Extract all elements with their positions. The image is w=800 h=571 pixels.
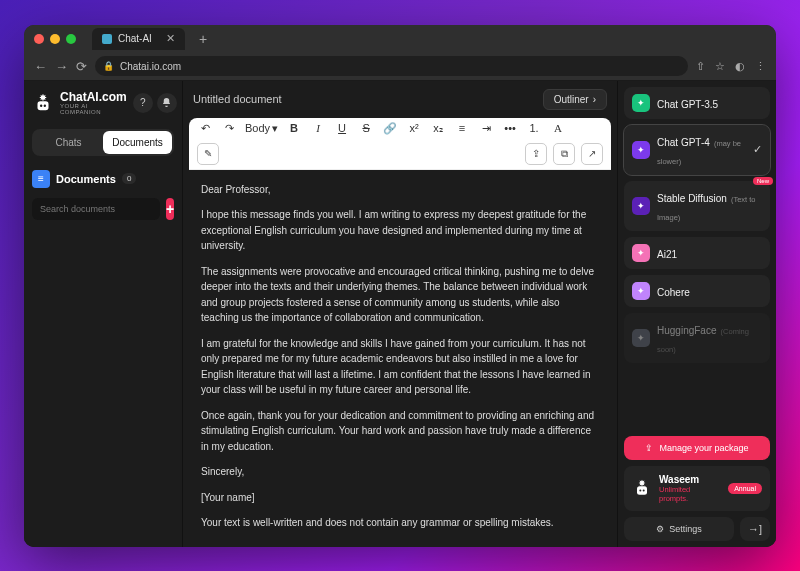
document-header: Untitled document Outliner › xyxy=(183,81,617,118)
logo-row: ChatAI.com YOUR AI COMPANION ? xyxy=(24,81,182,125)
settings-button[interactable]: ⚙ Settings xyxy=(624,517,734,541)
model-icon: ✦ xyxy=(632,244,650,262)
tab-title: Chat-AI xyxy=(118,33,152,44)
document-title[interactable]: Untitled document xyxy=(193,93,535,105)
maximize-window-icon[interactable] xyxy=(66,34,76,44)
editor-toolbar: ↶ ↷ Body▾ B I U S 🔗 x² x₂ ≡ ⇥ ••• 1. A xyxy=(189,118,611,139)
indent-icon[interactable]: ⇥ xyxy=(478,122,494,135)
paragraph: Your text is well-written and does not c… xyxy=(201,515,599,531)
model-card[interactable]: ✦Chat GPT-3.5 xyxy=(624,87,770,119)
plan-badge: Annual xyxy=(728,483,762,494)
align-icon[interactable]: ≡ xyxy=(454,122,470,134)
italic-icon[interactable]: I xyxy=(310,122,326,134)
browser-window: Chat-AI ✕ + ← → ⟳ 🔒 Chatai.io.com ⇧ ☆ ◐ … xyxy=(24,25,776,547)
redo-icon[interactable]: ↷ xyxy=(221,122,237,135)
manage-package-label: Manage your package xyxy=(659,443,748,453)
documents-section-title: Documents xyxy=(56,173,116,185)
chevron-down-icon: ▾ xyxy=(272,122,278,135)
model-name: Cohere xyxy=(657,287,690,298)
nav-back-icon[interactable]: ← xyxy=(34,59,47,74)
editor-toolbar-secondary: ✎ ⇪ ⧉ ↗ xyxy=(189,139,611,170)
help-icon[interactable]: ? xyxy=(133,93,153,113)
model-name: Chat GPT-3.5 xyxy=(657,99,718,110)
new-document-button[interactable]: + xyxy=(166,198,174,220)
link-icon[interactable]: 🔗 xyxy=(382,122,398,135)
model-card[interactable]: ✦HuggingFace (Coming soon) xyxy=(624,313,770,363)
addressbar-row: ← → ⟳ 🔒 Chatai.io.com ⇧ ☆ ◐ ⋮ xyxy=(24,53,776,81)
documents-section-icon: ≡ xyxy=(32,170,50,188)
documents-header: ≡ Documents 0 xyxy=(32,170,174,188)
addressbar[interactable]: 🔒 Chatai.io.com xyxy=(95,56,688,76)
style-select-label: Body xyxy=(245,122,270,134)
bell-icon[interactable] xyxy=(157,93,177,113)
tab-documents[interactable]: Documents xyxy=(103,131,172,154)
underline-icon[interactable]: U xyxy=(334,122,350,134)
user-name: Waseem xyxy=(659,474,721,485)
user-plan: Unlimited prompts. xyxy=(659,485,721,503)
font-icon[interactable]: A xyxy=(550,122,566,134)
paragraph: [Your name] xyxy=(201,490,599,506)
undo-icon[interactable]: ↶ xyxy=(197,122,213,135)
bookmark-icon[interactable]: ☆ xyxy=(715,60,725,73)
paragraph: I am grateful for the knowledge and skil… xyxy=(201,336,599,398)
svg-point-5 xyxy=(643,490,645,492)
model-card[interactable]: ✦Cohere xyxy=(624,275,770,307)
model-card[interactable]: ✦Stable Diffusion (Text to Image)New xyxy=(624,181,770,231)
documents-count-badge: 0 xyxy=(122,173,136,184)
new-badge: New xyxy=(753,177,773,185)
export-button[interactable]: ↗ xyxy=(581,143,603,165)
model-icon: ✦ xyxy=(632,94,650,112)
nav-reload-icon[interactable]: ⟳ xyxy=(76,59,87,74)
upload-icon: ⇪ xyxy=(645,443,653,453)
upload-button[interactable]: ⇪ xyxy=(525,143,547,165)
check-icon: ✓ xyxy=(753,143,762,156)
model-card[interactable]: ✦Ai21 xyxy=(624,237,770,269)
brand-name: ChatAI.com xyxy=(60,91,127,103)
copy-button[interactable]: ⧉ xyxy=(553,143,575,165)
window-controls xyxy=(34,34,76,44)
svg-point-2 xyxy=(44,104,46,106)
subscript-icon[interactable]: x₂ xyxy=(430,122,446,135)
search-row: + xyxy=(32,198,174,220)
logout-button[interactable]: →] xyxy=(740,517,770,541)
svg-point-4 xyxy=(639,490,641,492)
minimize-window-icon[interactable] xyxy=(50,34,60,44)
logo-icon xyxy=(32,92,54,114)
main-column: Untitled document Outliner › ↶ ↷ Body▾ B… xyxy=(182,81,618,547)
strike-icon[interactable]: S xyxy=(358,122,374,134)
document-editor[interactable]: Dear Professor,I hope this message finds… xyxy=(183,170,617,547)
paragraph: Dear Professor, xyxy=(201,182,599,198)
style-select[interactable]: Body▾ xyxy=(245,122,278,135)
tab-chats[interactable]: Chats xyxy=(34,131,103,154)
bold-icon[interactable]: B xyxy=(286,122,302,134)
close-window-icon[interactable] xyxy=(34,34,44,44)
lock-icon: 🔒 xyxy=(103,61,114,71)
user-card[interactable]: Waseem Unlimited prompts. Annual xyxy=(624,466,770,511)
user-avatar-icon xyxy=(632,478,652,498)
outliner-button[interactable]: Outliner › xyxy=(543,89,607,110)
search-input[interactable] xyxy=(32,198,160,220)
bulleted-list-icon[interactable]: ••• xyxy=(502,122,518,134)
paragraph: The assignments were provocative and enc… xyxy=(201,264,599,326)
manage-package-button[interactable]: ⇪ Manage your package xyxy=(624,436,770,460)
nav-forward-icon[interactable]: → xyxy=(55,59,68,74)
new-tab-button[interactable]: + xyxy=(199,31,207,47)
paragraph: Sincerely, xyxy=(201,464,599,480)
url-text: Chatai.io.com xyxy=(120,61,181,72)
numbered-list-icon[interactable]: 1. xyxy=(526,122,542,134)
browser-menu-icon[interactable]: ⋮ xyxy=(755,60,766,73)
model-icon: ✦ xyxy=(632,282,650,300)
tab-close-icon[interactable]: ✕ xyxy=(166,32,175,45)
share-icon[interactable]: ⇧ xyxy=(696,60,705,73)
settings-label: Settings xyxy=(669,524,702,534)
model-card[interactable]: ✦Chat GPT-4 (may be slower)✓ xyxy=(624,125,770,175)
browser-tab[interactable]: Chat-AI ✕ xyxy=(92,28,185,50)
compose-button[interactable]: ✎ xyxy=(197,143,219,165)
svg-rect-0 xyxy=(38,101,49,110)
addressbar-actions: ⇧ ☆ ◐ ⋮ xyxy=(696,60,766,73)
model-icon: ✦ xyxy=(632,197,650,215)
superscript-icon[interactable]: x² xyxy=(406,122,422,134)
model-name: HuggingFace xyxy=(657,325,716,336)
svg-point-1 xyxy=(40,104,42,106)
profile-avatar-icon[interactable]: ◐ xyxy=(735,60,745,73)
